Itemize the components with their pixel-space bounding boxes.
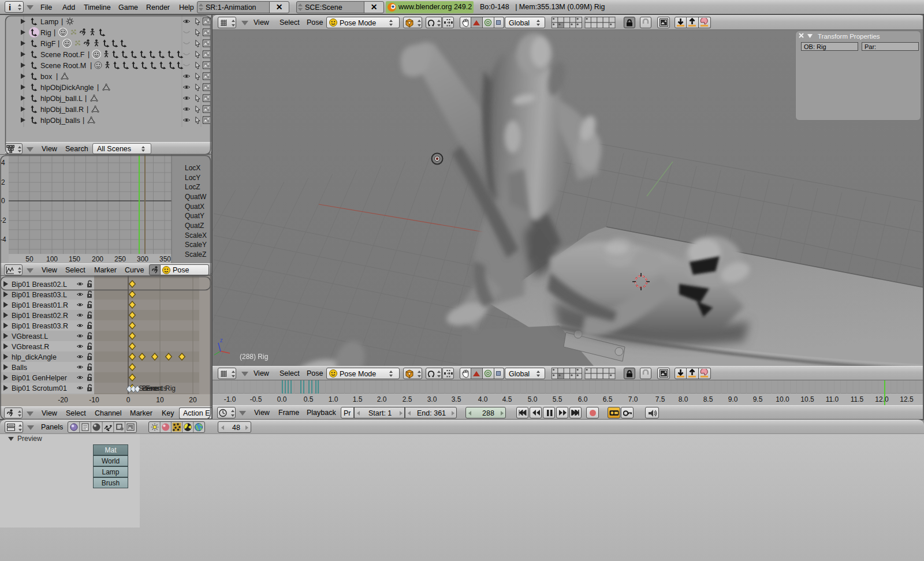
- svg-text:1.5: 1.5: [353, 395, 363, 403]
- svg-text:4.5: 4.5: [502, 395, 512, 403]
- svg-text:7.5: 7.5: [655, 395, 665, 403]
- svg-text:0.0: 0.0: [277, 395, 287, 403]
- svg-text:9.0: 9.0: [728, 395, 738, 403]
- svg-text:-1.0: -1.0: [224, 395, 236, 403]
- svg-text:6.0: 6.0: [578, 395, 588, 403]
- svg-text:11.0: 11.0: [826, 395, 839, 403]
- svg-text:0.5: 0.5: [304, 395, 314, 403]
- svg-text:1.0: 1.0: [329, 395, 338, 403]
- svg-text:7.0: 7.0: [628, 395, 638, 403]
- svg-text:-0.5: -0.5: [250, 395, 262, 403]
- svg-text:8.0: 8.0: [679, 395, 688, 403]
- svg-text:5.5: 5.5: [553, 395, 562, 403]
- svg-text:3.0: 3.0: [427, 395, 437, 403]
- svg-text:z: z: [220, 337, 223, 343]
- svg-text:3.5: 3.5: [452, 395, 461, 403]
- svg-text:10.5: 10.5: [800, 395, 814, 403]
- svg-text:8.5: 8.5: [703, 395, 713, 403]
- svg-text:(288) Rig: (288) Rig: [240, 353, 268, 361]
- svg-text:12.5: 12.5: [900, 395, 914, 403]
- svg-text:11.5: 11.5: [851, 395, 864, 403]
- svg-text:9.5: 9.5: [753, 395, 763, 403]
- svg-text:2.5: 2.5: [403, 395, 412, 403]
- svg-text:10.0: 10.0: [776, 395, 789, 403]
- svg-text:Transform Properties: Transform Properties: [818, 33, 880, 40]
- svg-text:5.0: 5.0: [528, 395, 538, 403]
- svg-text:6.5: 6.5: [603, 395, 613, 403]
- svg-text:4.0: 4.0: [478, 395, 488, 403]
- svg-text:2.0: 2.0: [377, 395, 387, 403]
- svg-text:12.0: 12.0: [875, 395, 889, 403]
